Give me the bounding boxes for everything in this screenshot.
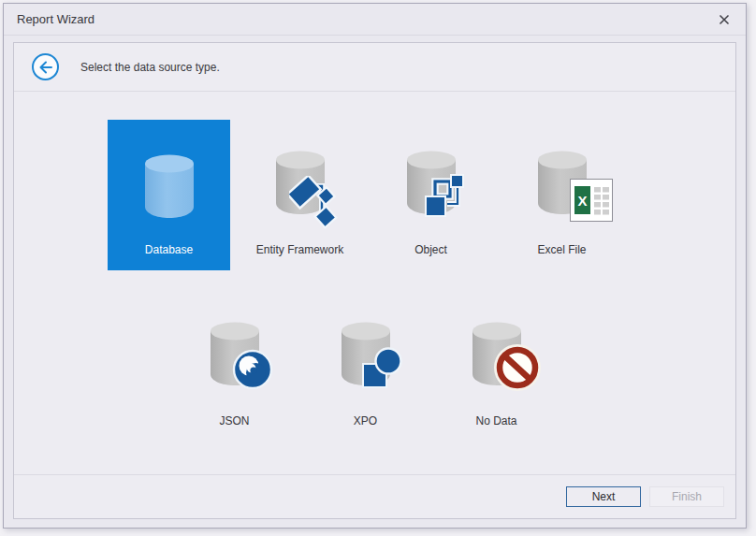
close-button[interactable]: [714, 9, 734, 30]
finish-button[interactable]: Finish: [649, 486, 724, 507]
datasource-tile-object[interactable]: Object: [370, 120, 492, 270]
wizard-header: Select the data source type.: [14, 43, 735, 92]
wizard-panel: Select the data source type. Database: [13, 42, 736, 519]
tile-label: XPO: [354, 414, 377, 427]
datasource-tile-json[interactable]: JSON: [173, 291, 296, 442]
object-squares-icon: [422, 173, 469, 220]
titlebar: Report Wizard: [4, 4, 746, 36]
tile-row-2: JSON XPO: [173, 291, 558, 442]
close-icon: [719, 14, 730, 25]
entity-framework-icon: [274, 150, 327, 215]
datasource-tile-no-data[interactable]: No Data: [435, 291, 558, 442]
xpo-shapes-icon: [359, 346, 404, 391]
wizard-prompt: Select the data source type.: [80, 61, 220, 74]
prohibition-icon: [493, 343, 542, 392]
xpo-icon: [340, 321, 392, 386]
entity-diamonds-icon: [289, 176, 340, 232]
tile-label: JSON: [219, 414, 249, 427]
no-data-icon: [471, 321, 523, 386]
excel-logo-icon: X: [570, 179, 613, 222]
datasource-tiles: Database: [14, 92, 735, 442]
datasource-tile-entity-framework[interactable]: Entity Framework: [239, 120, 361, 270]
svg-text:X: X: [577, 193, 587, 209]
json-icon: [209, 321, 261, 386]
tile-label: Object: [414, 243, 447, 256]
tile-row-1: Database: [108, 120, 623, 270]
report-wizard-dialog: Report Wizard Select the data source typ…: [3, 3, 747, 529]
excel-file-icon: X: [536, 150, 589, 215]
wizard-footer: Next Finish: [14, 474, 735, 518]
tile-label: Database: [145, 243, 193, 256]
object-icon: [405, 150, 458, 215]
window-title: Report Wizard: [17, 12, 94, 26]
datasource-tile-xpo[interactable]: XPO: [304, 291, 427, 442]
database-icon: [143, 153, 196, 219]
tile-label: Excel File: [537, 243, 586, 256]
back-arrow-icon: [38, 61, 53, 74]
tile-label: No Data: [475, 414, 516, 427]
database-cylinder-icon: [143, 153, 196, 219]
json-swirl-icon: [230, 347, 275, 392]
tile-label: Entity Framework: [256, 243, 343, 256]
datasource-tile-database[interactable]: Database: [108, 120, 230, 270]
datasource-tile-excel-file[interactable]: X Excel File: [501, 120, 623, 270]
next-button[interactable]: Next: [566, 486, 641, 507]
back-button[interactable]: [32, 53, 59, 80]
